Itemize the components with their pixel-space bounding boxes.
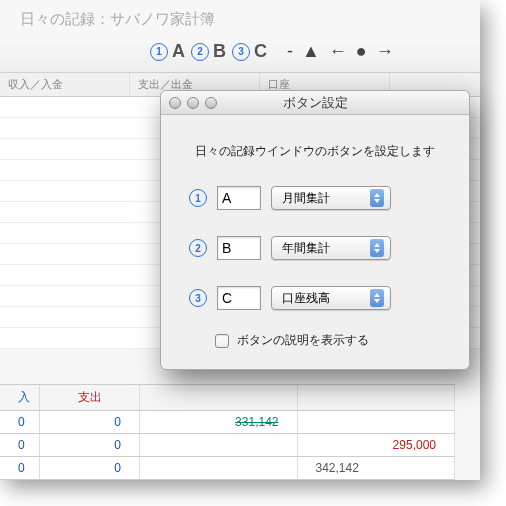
popup-arrows-icon	[370, 289, 384, 307]
circled-1-icon: 1	[150, 43, 168, 61]
footer-table: 入 支出 0 0 331,142 0 0 295,000 0 0 342,142	[0, 384, 455, 480]
table-row: 0 0 342,142	[0, 457, 455, 480]
setting-row-2: 2 年間集計	[189, 236, 441, 260]
popup-arrows-icon	[370, 189, 384, 207]
button-settings-dialog: ボタン設定 日々の記録ウインドウのボタンを設定します 1 月間集計 2 年間集計…	[160, 90, 470, 370]
action-popup-1[interactable]: 月間集計	[271, 186, 391, 210]
circled-3-icon: 3	[189, 289, 207, 307]
circled-1-icon: 1	[189, 189, 207, 207]
checkbox[interactable]	[215, 334, 229, 348]
dialog-titlebar: ボタン設定	[161, 91, 469, 115]
show-description-checkbox-row: ボタンの説明を表示する	[215, 332, 441, 349]
action-popup-2[interactable]: 年間集計	[271, 236, 391, 260]
toolbar: 1 A 2 B 3 C - ▲ ← ● →	[0, 37, 480, 73]
setting-row-3: 3 口座残高	[189, 286, 441, 310]
label-input-3[interactable]	[217, 286, 261, 310]
table-row: 0 0 331,142	[0, 411, 455, 434]
foot-head-expense: 支出	[40, 385, 140, 410]
table-row: 0 0 295,000	[0, 434, 455, 457]
dialog-description: 日々の記録ウインドウのボタンを設定します	[189, 143, 441, 160]
window-title: 日々の記録：サバノワ家計簿	[0, 0, 480, 37]
label-input-1[interactable]	[217, 186, 261, 210]
checkbox-label: ボタンの説明を表示する	[237, 332, 369, 349]
action-popup-3[interactable]: 口座残高	[271, 286, 391, 310]
dialog-title: ボタン設定	[161, 94, 469, 112]
circled-2-icon: 2	[189, 239, 207, 257]
label-input-2[interactable]	[217, 236, 261, 260]
popup-arrows-icon	[370, 239, 384, 257]
toolbar-button-b[interactable]: B	[213, 41, 226, 62]
toolbar-button-a[interactable]: A	[172, 41, 185, 62]
foot-head-income: 入	[0, 385, 40, 410]
col-income: 収入／入金	[0, 73, 130, 96]
circled-2-icon: 2	[191, 43, 209, 61]
toolbar-shapes-icon: - ▲ ← ● →	[287, 41, 396, 62]
setting-row-1: 1 月間集計	[189, 186, 441, 210]
toolbar-button-c[interactable]: C	[254, 41, 267, 62]
circled-3-icon: 3	[232, 43, 250, 61]
